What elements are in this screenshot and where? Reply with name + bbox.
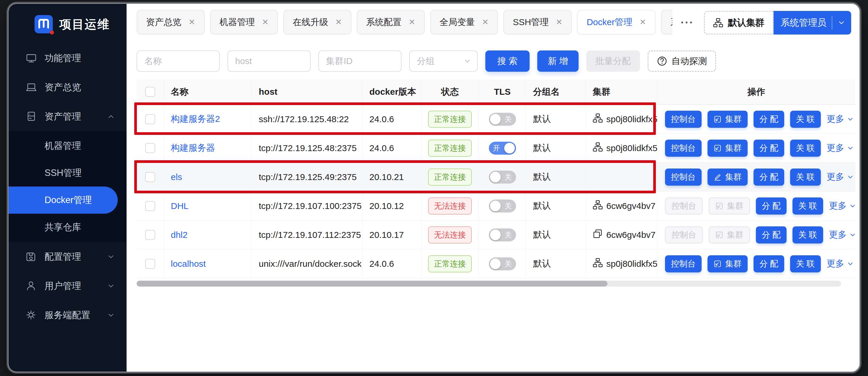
add-button[interactable]: 新 增 <box>537 51 579 72</box>
link-button[interactable]: 关 联 <box>790 168 821 186</box>
link-button[interactable]: 关 联 <box>790 139 821 157</box>
close-icon[interactable]: ✕ <box>482 18 489 27</box>
tab-docker-mgmt[interactable]: Docker管理✕ <box>577 10 656 34</box>
server-name-link[interactable]: 构建服务器2 <box>171 113 220 125</box>
more-actions-link[interactable]: 更多 <box>829 229 855 241</box>
tab-global-vars[interactable]: 全局变量✕ <box>430 10 498 34</box>
more-actions-link[interactable]: 更多 <box>827 142 854 154</box>
tls-toggle[interactable]: 关 <box>489 113 516 126</box>
cluster-button[interactable]: 集群 <box>708 111 748 128</box>
sidebar-item-asset-overview[interactable]: 资产总览 <box>8 72 127 102</box>
sidebar-item-ssh-mgmt[interactable]: SSH管理 <box>8 159 127 187</box>
cluster-id-filter-input[interactable] <box>318 51 402 72</box>
sidebar-item-function-mgmt[interactable]: 功能管理 <box>8 43 127 72</box>
row-checkbox[interactable] <box>145 201 155 211</box>
select-cluster-icon <box>713 144 722 152</box>
server-name-link[interactable]: dhl2 <box>171 230 188 240</box>
cluster-button[interactable]: 集群 <box>708 168 748 186</box>
user-menu-button[interactable]: 系统管理员 <box>774 11 851 34</box>
close-icon[interactable]: ✕ <box>189 18 195 27</box>
more-actions-link[interactable]: 更多 <box>827 258 854 270</box>
search-button[interactable]: 搜 索 <box>485 51 530 72</box>
server-icon <box>26 111 37 122</box>
chevron-down-icon <box>107 253 115 260</box>
console-button[interactable]: 控制台 <box>665 168 702 186</box>
row-checkbox[interactable] <box>145 259 155 269</box>
version-cell: 20.10.21 <box>362 163 421 191</box>
select-cluster-icon <box>713 260 722 268</box>
overlap-squares-icon <box>593 229 603 239</box>
auto-detect-button[interactable]: 自动探测 <box>648 51 716 72</box>
table-row: dhl2 tcp://172.19.107.112:2375 20.10.17 … <box>136 220 855 249</box>
link-button[interactable]: 关 联 <box>790 255 821 273</box>
cluster-button[interactable]: 集群 <box>708 139 748 157</box>
server-name-link[interactable]: 构建服务器 <box>171 142 215 154</box>
server-name-link[interactable]: localhost <box>171 259 206 269</box>
horizontal-scrollbar[interactable] <box>136 281 841 287</box>
status-badge: 正常连接 <box>428 168 472 186</box>
tab-asset-overview[interactable]: 资产总览✕ <box>136 10 205 34</box>
status-badge: 正常连接 <box>428 111 472 128</box>
sidebar-item-shared-repo[interactable]: 共享仓库 <box>8 214 127 241</box>
server-name-link[interactable]: els <box>171 172 182 182</box>
close-icon[interactable]: ✕ <box>262 18 269 27</box>
tls-toggle[interactable]: 开 <box>489 142 516 155</box>
assign-button[interactable]: 分 配 <box>753 111 784 128</box>
close-icon[interactable]: ✕ <box>556 18 563 27</box>
row-checkbox[interactable] <box>145 230 155 240</box>
host-cell: ssh://172.19.125.48:22 <box>252 105 362 133</box>
sidebar-item-user-mgmt[interactable]: 用户管理 <box>8 271 127 301</box>
host-filter-input[interactable] <box>227 51 311 72</box>
group-filter-select[interactable]: 分组 <box>409 51 478 72</box>
assign-button[interactable]: 分 配 <box>756 197 786 215</box>
select-all-checkbox[interactable] <box>145 87 155 97</box>
tab-machine-mgmt[interactable]: 机器管理✕ <box>210 10 278 34</box>
close-icon[interactable]: ✕ <box>409 18 415 27</box>
sidebar-item-config-mgmt[interactable]: 配置管理 <box>8 242 127 271</box>
tls-toggle[interactable]: 关 <box>489 170 516 184</box>
status-badge: 无法连接 <box>428 226 472 244</box>
host-cell: tcp://172.19.107.112:2375 <box>252 220 362 249</box>
sidebar-item-machine-mgmt[interactable]: 机器管理 <box>8 132 127 159</box>
tab-bar: 资产总览✕ 机器管理✕ 在线升级✕ 系统配置✕ 全局变量✕ SSH管理✕ Doc… <box>127 4 860 35</box>
name-filter-input[interactable] <box>136 51 220 72</box>
cluster-button: 集群 <box>709 197 750 215</box>
link-button[interactable]: 关 联 <box>790 111 821 128</box>
close-icon[interactable]: ✕ <box>639 18 646 27</box>
cluster-button[interactable]: 集群 <box>708 255 748 273</box>
tls-toggle[interactable]: 关 <box>489 199 516 213</box>
server-name-link[interactable]: DHL <box>171 201 189 211</box>
console-button[interactable]: 控制台 <box>665 255 702 273</box>
chevron-down-icon <box>464 58 471 65</box>
sidebar-item-server-config[interactable]: 服务端配置 <box>8 301 127 330</box>
assign-button[interactable]: 分 配 <box>753 139 784 157</box>
assign-button[interactable]: 分 配 <box>756 226 786 244</box>
link-button[interactable]: 关 联 <box>793 226 823 244</box>
sidebar-item-asset-mgmt[interactable]: 资产管理 <box>8 102 127 131</box>
more-actions-link[interactable]: 更多 <box>827 171 854 183</box>
console-button[interactable]: 控制台 <box>665 111 702 128</box>
assign-button[interactable]: 分 配 <box>753 168 784 186</box>
version-cell: 20.10.12 <box>362 192 421 220</box>
more-actions-link[interactable]: 更多 <box>827 113 854 125</box>
row-checkbox[interactable] <box>145 143 155 153</box>
tab-online-upgrade[interactable]: 在线升级✕ <box>283 10 351 34</box>
row-checkbox[interactable] <box>145 114 155 124</box>
more-tabs-icon[interactable]: ··· <box>681 17 694 29</box>
gear-icon <box>26 310 37 321</box>
laptop-icon <box>26 82 37 93</box>
default-cluster-button[interactable]: 默认集群 <box>704 11 774 34</box>
more-actions-link[interactable]: 更多 <box>829 200 855 212</box>
row-checkbox[interactable] <box>145 172 155 182</box>
console-button[interactable]: 控制台 <box>665 139 702 157</box>
link-button[interactable]: 关 联 <box>793 197 823 215</box>
table-header-row: 名称 host docker版本 状态 TLS 分组名 集群 操作 <box>136 80 855 105</box>
tls-toggle[interactable]: 关 <box>489 257 516 270</box>
sidebar-item-docker-mgmt[interactable]: Docker管理 <box>8 187 118 214</box>
close-icon[interactable]: ✕ <box>335 18 342 27</box>
tab-ssh-mgmt[interactable]: SSH管理✕ <box>503 10 572 34</box>
tls-toggle[interactable]: 关 <box>489 228 516 242</box>
tab-system-config[interactable]: 系统配置✕ <box>357 10 425 34</box>
scrollbar-thumb[interactable] <box>136 281 608 287</box>
assign-button[interactable]: 分 配 <box>753 255 784 273</box>
